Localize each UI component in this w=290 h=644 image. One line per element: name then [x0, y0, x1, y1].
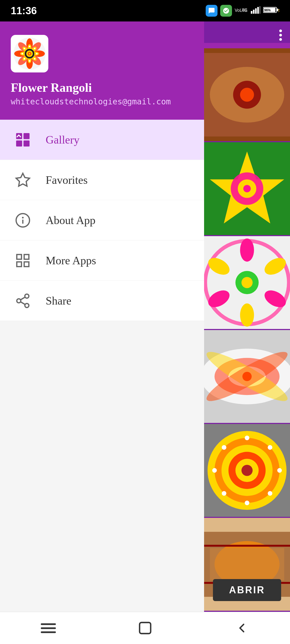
svg-point-56 [25, 303, 29, 308]
svg-text:⚡: ⚡ [277, 7, 279, 12]
chat-notification-icon [206, 5, 218, 17]
more-apps-label: More Apps [46, 254, 96, 267]
right-panel-bg: ABRIR [204, 21, 290, 644]
info-icon [13, 211, 32, 230]
menu-item-share[interactable]: Share [0, 281, 204, 321]
gallery-icon [13, 130, 32, 149]
star-icon [13, 171, 32, 189]
svg-line-57 [20, 302, 25, 304]
status-time: 11:36 [11, 5, 37, 17]
svg-rect-5 [257, 7, 259, 14]
menu-item-gallery[interactable]: Gallery [0, 120, 204, 160]
share-label: Share [46, 294, 71, 307]
svg-point-63 [240, 88, 254, 102]
svg-line-58 [20, 297, 25, 300]
svg-point-30 [29, 46, 30, 47]
signal-strength: VoLTE 4G [235, 6, 248, 16]
svg-rect-6 [259, 6, 260, 14]
svg-point-32 [36, 53, 38, 54]
app-email: whitecloudstechnologies@gmail.com [11, 97, 193, 106]
svg-point-95 [277, 468, 282, 473]
svg-point-74 [240, 303, 254, 327]
battery-level: 96% ⚡ [263, 6, 279, 16]
app-icon [11, 35, 48, 72]
svg-point-93 [245, 436, 249, 440]
gallery-thumb-4[interactable] [204, 330, 290, 423]
gallery-thumb-1[interactable] [204, 48, 290, 141]
menu-item-about[interactable]: About App [0, 200, 204, 240]
svg-point-92 [241, 465, 253, 476]
nav-back-button[interactable] [231, 617, 252, 639]
status-icons: VoLTE 4G 96% ⚡ [206, 5, 279, 17]
overflow-menu-icon[interactable] [279, 30, 282, 41]
svg-rect-2 [251, 11, 252, 14]
favorites-label: Favorites [46, 174, 88, 186]
svg-text:4G: 4G [242, 8, 247, 13]
svg-point-34 [29, 60, 30, 62]
svg-rect-106 [210, 548, 284, 580]
right-panel: ABRIR [204, 21, 290, 644]
svg-rect-43 [24, 133, 30, 139]
nav-menu-button[interactable] [38, 617, 59, 639]
status-bar: 11:36 VoLTE 4G [0, 0, 290, 21]
bottom-nav [0, 612, 290, 644]
share-icon [13, 291, 32, 310]
svg-point-55 [17, 299, 21, 303]
svg-rect-44 [16, 140, 22, 147]
svg-point-41 [29, 53, 30, 54]
drawer-header: Flower Rangoli whitecloudstechnologies@g… [0, 21, 204, 120]
grid-icon [13, 251, 32, 270]
app-notification-icon [220, 5, 232, 17]
svg-point-99 [212, 468, 217, 473]
drawer: Flower Rangoli whitecloudstechnologies@g… [0, 21, 204, 644]
gallery-thumb-3[interactable] [204, 236, 290, 329]
svg-rect-3 [253, 10, 255, 14]
svg-point-97 [245, 500, 249, 505]
svg-marker-46 [16, 173, 30, 186]
nav-home-button[interactable] [134, 617, 156, 639]
gallery-label: Gallery [46, 133, 79, 146]
menu-item-favorites[interactable]: Favorites [0, 160, 204, 200]
svg-point-68 [243, 185, 251, 192]
about-label: About App [46, 214, 96, 227]
gallery-thumb-5[interactable] [204, 424, 290, 517]
app-name: Flower Rangoli [11, 80, 193, 95]
svg-point-85 [242, 372, 252, 381]
svg-point-36 [21, 53, 23, 54]
svg-rect-51 [24, 254, 29, 259]
main-container: Flower Rangoli whitecloudstechnologies@g… [0, 21, 290, 644]
signal-bars [251, 6, 260, 16]
svg-point-71 [240, 239, 254, 262]
svg-rect-4 [255, 8, 257, 14]
svg-rect-50 [17, 254, 22, 259]
menu-item-more-apps[interactable]: More Apps [0, 240, 204, 281]
svg-rect-45 [24, 140, 30, 147]
svg-point-78 [241, 277, 253, 288]
gallery-thumb-2[interactable] [204, 142, 290, 235]
abrir-button[interactable]: ABRIR [213, 579, 281, 601]
svg-text:96%: 96% [264, 8, 271, 12]
gallery-grid [204, 48, 290, 644]
svg-point-54 [25, 294, 29, 298]
svg-rect-113 [139, 623, 150, 634]
svg-rect-53 [24, 262, 29, 267]
svg-rect-52 [17, 262, 22, 267]
drawer-menu: Gallery Favorites [0, 120, 204, 644]
